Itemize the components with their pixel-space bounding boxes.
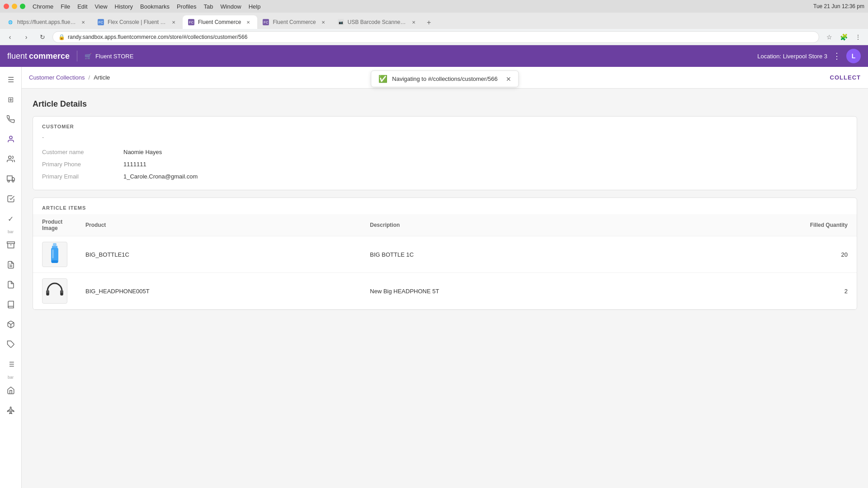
header-right: Location: Liverpool Store 3 ⋮ L [757, 49, 861, 63]
customer-row-name: Customer name Naomie Hayes [42, 146, 848, 158]
menu-window[interactable]: Window [220, 3, 241, 10]
sidebar-item-check[interactable]: ✓ [2, 210, 20, 228]
col-product: Product [76, 214, 361, 236]
tab-3-favicon: FC [188, 19, 194, 25]
product-qty-2: 2 [664, 273, 857, 310]
menu-view[interactable]: View [95, 3, 108, 10]
sidebar-item-menu[interactable]: ☰ [2, 70, 20, 89]
store-label: Fluent STORE [95, 53, 133, 60]
col-product-image: Product Image [33, 214, 76, 236]
sidebar-item-tag[interactable] [2, 335, 20, 353]
minimize-dot[interactable] [12, 4, 17, 9]
browser-menu-icon[interactable]: ⋮ [852, 31, 864, 43]
tab-3-close[interactable]: ✕ [245, 19, 252, 26]
tab-1-close[interactable]: ✕ [80, 19, 87, 26]
content-area: Customer Collections / Article ✅ Navigat… [22, 67, 868, 488]
app-header: fluent commerce 🛒 Fluent STORE Location:… [0, 45, 868, 67]
menu-file[interactable]: File [61, 3, 70, 10]
page-title: Article Details [33, 99, 857, 109]
address-bar: ‹ › ↻ 🔒 randy.sandbox.apps.fluentcommerc… [0, 29, 868, 45]
sidebar-item-doc2[interactable] [2, 276, 20, 294]
svg-rect-26 [61, 293, 63, 296]
logo: fluent commerce [7, 52, 70, 61]
sidebar: ☰ ⊞ ✓ bar [0, 67, 22, 488]
sidebar-item-dashboard[interactable]: ⊞ [2, 90, 20, 108]
svg-rect-6 [7, 242, 14, 244]
svg-rect-19 [52, 246, 57, 248]
customer-name-label: Customer name [42, 149, 123, 155]
url-bar[interactable]: 🔒 randy.sandbox.apps.fluentcommerce.com/… [52, 31, 819, 43]
avatar[interactable]: L [846, 49, 861, 63]
bookmark-icon[interactable]: ☆ [823, 31, 835, 43]
store-button[interactable]: 🛒 Fluent STORE [85, 53, 133, 60]
product-qty-1: 20 [664, 236, 857, 273]
sidebar-item-shipping[interactable] [2, 110, 20, 128]
sidebar-label-bar2: bar [0, 375, 22, 380]
menu-profiles[interactable]: Profiles [177, 3, 196, 10]
sidebar-item-doc1[interactable] [2, 256, 20, 274]
tab-2[interactable]: FC Flex Console | Fluent Commerc... ✕ [92, 15, 183, 29]
sidebar-item-inbox[interactable] [2, 236, 20, 254]
customer-dash: - [33, 133, 857, 142]
tab-4-close[interactable]: ✕ [320, 19, 327, 26]
tab-2-title: Flex Console | Fluent Commerc... [108, 19, 166, 25]
fullscreen-dot[interactable] [20, 4, 25, 9]
customer-email-value: 1_Carole.Crona@gmail.com [123, 173, 198, 180]
page-content: Article Details CUSTOMER - Customer name… [22, 89, 868, 488]
sidebar-item-store[interactable] [2, 381, 20, 399]
toast-notification: ✅ Navigating to #/collections/customer/5… [371, 70, 519, 87]
sidebar-item-airplane[interactable] [2, 401, 20, 419]
logo-fluent: fluent [7, 52, 27, 61]
customer-name-value: Naomie Hayes [123, 149, 162, 155]
back-button[interactable]: ‹ [4, 31, 16, 43]
header-more-button[interactable]: ⋮ [833, 51, 841, 61]
menu-tab[interactable]: Tab [203, 3, 213, 10]
tab-1[interactable]: 🌐 https://fluent.apps.fluentcomm... ✕ [2, 15, 92, 29]
toast-close-button[interactable]: ✕ [506, 75, 511, 83]
chrome-tabs-bar: 🌐 https://fluent.apps.fluentcomm... ✕ FC… [0, 13, 868, 29]
reload-button[interactable]: ↻ [36, 31, 49, 43]
customer-phone-label: Primary Phone [42, 161, 123, 168]
tab-5[interactable]: 📷 USB Barcode Scanner Compo... ✕ [332, 15, 423, 29]
toast-success-icon: ✅ [378, 75, 387, 83]
menu-history[interactable]: History [115, 3, 133, 10]
tab-4[interactable]: FC Fluent Commerce ✕ [257, 15, 332, 29]
svg-marker-3 [12, 178, 14, 180]
menu-edit[interactable]: Edit [77, 3, 87, 10]
sidebar-item-delivery[interactable] [2, 170, 20, 188]
tab-5-close[interactable]: ✕ [410, 19, 417, 26]
breadcrumb-link[interactable]: Customer Collections [29, 74, 85, 81]
header-left: fluent commerce 🛒 Fluent STORE [7, 51, 133, 61]
tab-2-close[interactable]: ✕ [170, 19, 177, 26]
logo-commerce: commerce [29, 52, 70, 61]
sidebar-item-doc3[interactable] [2, 296, 20, 314]
customer-email-label: Primary Email [42, 173, 123, 180]
svg-rect-21 [52, 249, 54, 258]
menu-chrome[interactable]: Chrome [33, 3, 53, 10]
sidebar-item-orders[interactable] [2, 190, 20, 208]
forward-button[interactable]: › [20, 31, 33, 43]
breadcrumb: Customer Collections / Article [29, 74, 110, 81]
menu-bookmarks[interactable]: Bookmarks [140, 3, 170, 10]
new-tab-button[interactable]: + [423, 16, 435, 29]
top-bar: Customer Collections / Article ✅ Navigat… [22, 67, 868, 89]
traffic-lights [4, 4, 25, 9]
tab-5-title: USB Barcode Scanner Compo... [348, 19, 406, 25]
sidebar-item-box[interactable] [2, 315, 20, 333]
svg-point-4 [8, 180, 9, 182]
menu-help[interactable]: Help [249, 3, 261, 10]
breadcrumb-separator: / [89, 74, 90, 81]
collect-button[interactable]: COLLECT [830, 74, 861, 81]
mac-menu-bar: Chrome File Edit View History Bookmarks … [29, 3, 260, 10]
tab-3[interactable]: FC Fluent Commerce ✕ [183, 15, 257, 29]
close-dot[interactable] [4, 4, 9, 9]
sidebar-item-user[interactable] [2, 130, 20, 148]
extensions-icon[interactable]: 🧩 [837, 31, 850, 43]
svg-point-5 [12, 180, 14, 182]
sidebar-item-list[interactable] [2, 355, 20, 373]
mac-clock: Tue 21 Jun 12:36 pm [813, 3, 864, 9]
svg-rect-22 [52, 260, 58, 263]
sidebar-item-users[interactable] [2, 150, 20, 168]
svg-rect-18 [53, 243, 57, 246]
customer-row-phone: Primary Phone 1111111 [42, 158, 848, 170]
